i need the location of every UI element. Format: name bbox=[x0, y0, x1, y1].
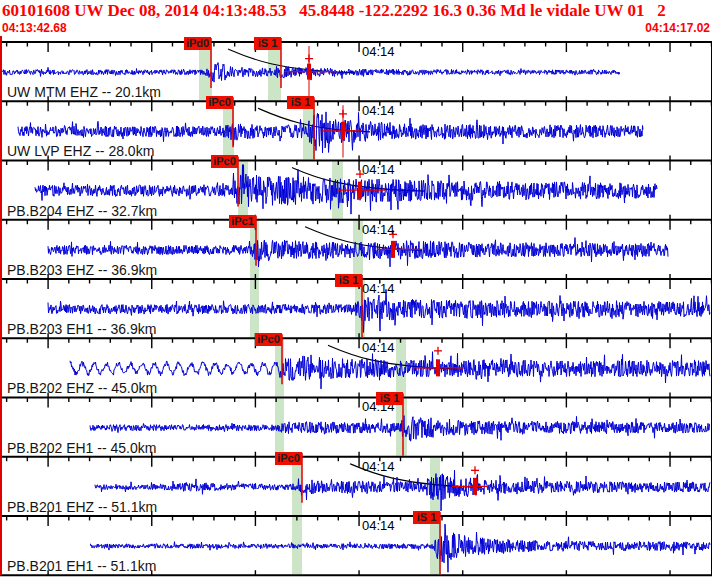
pick-flag[interactable]: iS 1 bbox=[335, 274, 362, 287]
station-label: PB.B201 EH1 -- 51.1km bbox=[7, 558, 156, 574]
waveform-trace[interactable] bbox=[70, 352, 710, 389]
coda-decay-curve bbox=[228, 49, 355, 73]
amp-bar-marker[interactable] bbox=[473, 478, 477, 495]
pick-flag[interactable]: iPc0 bbox=[206, 96, 233, 109]
station-label: PB.B201 EHZ -- 51.1km bbox=[7, 499, 157, 515]
station-label: UW LVP EHZ -- 28.0km bbox=[7, 143, 154, 159]
minute-label: 04:14 bbox=[362, 459, 395, 474]
pick-flag[interactable]: iS 1 bbox=[413, 511, 440, 524]
minute-label: 04:14 bbox=[362, 103, 395, 118]
amp-bar-marker[interactable] bbox=[341, 122, 345, 140]
pick-flag[interactable]: iS 1 bbox=[287, 96, 314, 109]
minute-label: 04:14 bbox=[362, 44, 395, 59]
pick-flag[interactable]: iPc0 bbox=[255, 333, 282, 346]
minute-label: 04:14 bbox=[362, 281, 395, 296]
pick-flag[interactable]: iPd0 bbox=[184, 37, 211, 50]
amp-bar-marker[interactable] bbox=[358, 182, 362, 199]
station-label: PB.B202 EHZ -- 45.0km bbox=[7, 380, 157, 396]
amp-bar-marker[interactable] bbox=[436, 359, 440, 376]
pick-flag[interactable]: iPc0 bbox=[275, 452, 302, 465]
minute-label: 04:14 bbox=[362, 518, 395, 533]
waveform-trace[interactable] bbox=[90, 524, 710, 572]
seismic-picker-window: 60101608 UW Dec 08, 2014 04:13:48.53 45.… bbox=[0, 0, 712, 578]
minute-label: 04:14 bbox=[362, 162, 395, 177]
minute-label: 04:14 bbox=[362, 340, 395, 355]
event-title: 60101608 UW Dec 08, 2014 04:13:48.53 45.… bbox=[2, 1, 712, 21]
station-label: UW MTM EHZ -- 20.1km bbox=[7, 84, 161, 100]
waveform-trace[interactable] bbox=[95, 470, 710, 511]
station-label: PB.B202 EH1 -- 45.0km bbox=[7, 440, 156, 456]
station-label: PB.B203 EH1 -- 36.9km bbox=[7, 321, 156, 337]
station-label: PB.B204 EHZ -- 32.7km bbox=[7, 203, 157, 219]
window-end-time: 04:14:17.02 bbox=[645, 21, 710, 35]
minute-label: 04:14 bbox=[362, 222, 395, 237]
pick-flag[interactable]: iS 1 bbox=[254, 37, 281, 50]
window-start-time: 04:13:42.68 bbox=[2, 21, 67, 35]
station-label: PB.B203 EHZ -- 36.9km bbox=[7, 262, 157, 278]
amp-bar-marker[interactable] bbox=[307, 64, 311, 80]
pick-flag[interactable]: iS 1 bbox=[376, 392, 403, 405]
amp-bar-marker[interactable] bbox=[391, 241, 395, 258]
pick-flag[interactable]: iPc0 bbox=[211, 155, 238, 168]
pick-flag[interactable]: iPc1 bbox=[229, 215, 256, 228]
